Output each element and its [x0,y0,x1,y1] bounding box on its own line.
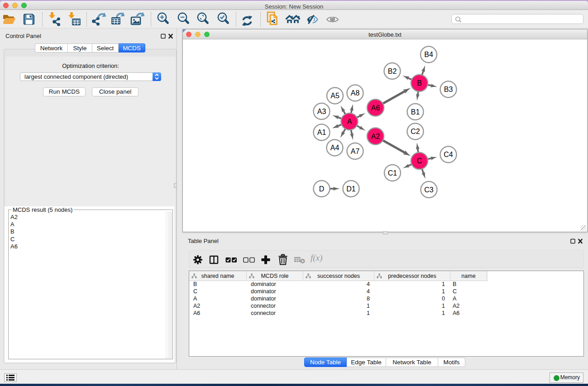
svg-text:B1: B1 [411,108,420,116]
svg-text:C3: C3 [424,186,434,194]
svg-text:A8: A8 [351,89,360,97]
svg-text:A5: A5 [330,92,339,100]
svg-text:D1: D1 [346,185,356,193]
svg-text:A2: A2 [371,133,380,140]
svg-text:B4: B4 [424,51,433,58]
svg-text:A6: A6 [371,104,380,112]
svg-text:B3: B3 [444,86,453,93]
svg-text:B: B [417,79,422,87]
svg-text:C4: C4 [444,151,453,158]
svg-text:A7: A7 [351,148,360,155]
svg-text:A3: A3 [317,108,326,115]
svg-text:C: C [417,157,422,165]
svg-text:C2: C2 [411,128,420,135]
svg-text:D: D [319,185,325,193]
svg-text:A1: A1 [317,129,326,136]
svg-text:B2: B2 [388,67,397,75]
svg-text:A: A [347,118,352,125]
svg-text:A4: A4 [330,144,339,152]
svg-text:C1: C1 [388,169,397,177]
